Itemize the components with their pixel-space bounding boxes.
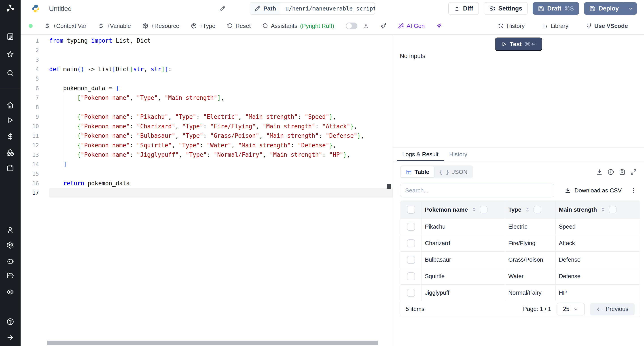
add-variable-button[interactable]: +Variable xyxy=(98,22,131,29)
code-line[interactable]: 13 {"Pokemon name": "Jigglypuff", "Type"… xyxy=(20,150,393,160)
code-text: {"Pokemon name": "Jigglypuff", "Type": "… xyxy=(49,150,393,160)
row-checkbox[interactable] xyxy=(407,289,415,297)
code-line[interactable]: 12 {"Pokemon name": "Squirtle", "Type": … xyxy=(20,141,393,150)
return-key-icon xyxy=(531,41,536,47)
table-cell: Defense xyxy=(556,252,640,268)
sidebar-item-calendar[interactable] xyxy=(6,164,14,172)
code-line[interactable]: 9 {"Pokemon name": "Pikachu", "Type": "E… xyxy=(20,112,393,122)
page-title: Untitled xyxy=(49,5,72,12)
expand-icon[interactable] xyxy=(630,169,637,175)
path-field[interactable]: Path u/henri/maneuverable_script xyxy=(250,2,375,15)
code-editor[interactable]: 1from typing import List, Dict234def mai… xyxy=(20,35,393,346)
sidebar-item-gear[interactable] xyxy=(6,241,14,249)
view-json-segment[interactable]: { } JSON xyxy=(434,166,472,177)
reset-button[interactable]: Reset xyxy=(227,22,251,29)
add-context-var-button[interactable]: +Context Var xyxy=(44,22,86,29)
row-checkbox[interactable] xyxy=(407,256,415,264)
row-checkbox[interactable] xyxy=(407,223,415,231)
sidebar-item-building[interactable] xyxy=(6,33,14,40)
diff-button[interactable]: Diff xyxy=(448,2,479,15)
sidebar-item-folder[interactable] xyxy=(6,272,14,280)
view-table-segment[interactable]: Table xyxy=(401,166,434,177)
sidebar-item-bot[interactable] xyxy=(6,257,14,265)
ai-sparkles-button[interactable] xyxy=(436,23,442,29)
previous-page-button[interactable]: Previous xyxy=(590,303,634,315)
download-icon[interactable] xyxy=(596,169,603,175)
info-icon[interactable] xyxy=(608,169,614,175)
draft-button[interactable]: Draft ⌘S xyxy=(533,2,579,15)
windmill-logo[interactable] xyxy=(5,3,15,13)
code-line[interactable]: 17 xyxy=(20,188,393,198)
row-checkbox[interactable] xyxy=(407,272,415,280)
code-line[interactable]: 7 ["Pokemon name", "Type", "Main strengt… xyxy=(20,93,393,103)
use-vscode-button[interactable]: Use VScode xyxy=(586,22,628,29)
code-line[interactable]: 5 xyxy=(20,74,393,83)
ai-gen-button[interactable]: AI Gen xyxy=(398,22,425,29)
sidebar-item-dollar[interactable] xyxy=(6,133,14,140)
copy-clipboard-icon[interactable] xyxy=(619,169,626,175)
add-type-button[interactable]: +Type xyxy=(191,22,216,29)
sidebar-item-star[interactable] xyxy=(6,50,14,58)
main-area: Untitled Path u/henri/maneuverable_scrip… xyxy=(20,0,644,346)
download-csv-button[interactable]: Download as CSV xyxy=(564,187,622,194)
deploy-button-group: Deploy xyxy=(584,2,637,15)
test-button[interactable]: Test ⌘ xyxy=(495,37,542,51)
settings-button[interactable]: Settings xyxy=(484,2,528,15)
sort-icon[interactable] xyxy=(600,207,606,212)
toolbar-right: History Library Use VScode xyxy=(498,22,628,29)
column-filter-box[interactable] xyxy=(480,206,488,213)
code-line[interactable]: 2 xyxy=(20,45,393,55)
deploy-button[interactable]: Deploy xyxy=(584,2,624,15)
page-size-select[interactable]: 25 xyxy=(556,303,585,315)
assistants-toggle[interactable] xyxy=(346,22,357,29)
sidebar-item-arrowright[interactable] xyxy=(6,334,14,341)
sidebar-item-boxes[interactable] xyxy=(6,149,14,157)
library-button[interactable]: Library xyxy=(542,22,568,29)
select-all-checkbox[interactable] xyxy=(407,206,415,214)
kebab-menu-icon[interactable] xyxy=(630,187,637,193)
column-filter-box[interactable] xyxy=(534,206,541,213)
code-line[interactable]: 11 {"Pokemon name": "Bulbasaur", "Type":… xyxy=(20,131,393,141)
sidebar-item-help[interactable] xyxy=(6,318,14,326)
arrow-left-icon xyxy=(596,306,602,312)
sidebar-item-user[interactable] xyxy=(6,226,14,234)
editor-horizontal-scrollbar[interactable] xyxy=(47,341,378,345)
column-filter-box[interactable] xyxy=(609,206,616,213)
user-mode-button[interactable] xyxy=(363,23,369,29)
sidebar-item-search[interactable] xyxy=(6,69,14,77)
code-line[interactable]: 8 xyxy=(20,102,393,112)
code-line[interactable]: 1from typing import List, Dict xyxy=(20,36,393,45)
search-input[interactable] xyxy=(400,184,554,197)
add-resource-button[interactable]: +Resource xyxy=(142,22,179,29)
format-button[interactable] xyxy=(380,23,386,29)
table-cell: Bulbasaur xyxy=(422,252,505,268)
draft-shortcut: ⌘S xyxy=(564,5,574,12)
sidebar-item-eye[interactable] xyxy=(6,288,14,296)
braces-icon: { } xyxy=(439,169,449,175)
code-line[interactable]: 16 return pokemon_data xyxy=(20,178,393,188)
sidebar-item-home[interactable] xyxy=(6,101,14,109)
assistants-button[interactable]: Assistants (Pyright Ruff) xyxy=(262,22,334,29)
sort-icon[interactable] xyxy=(524,207,530,212)
code-line[interactable]: 6 pokemon_data = [ xyxy=(20,83,393,93)
history-button[interactable]: History xyxy=(498,22,524,29)
sidebar-item-play[interactable] xyxy=(6,116,14,124)
items-count: 5 items xyxy=(406,306,424,313)
topbar-buttons: Diff Settings Draft ⌘S Deploy xyxy=(448,2,637,15)
code-line[interactable]: 15 xyxy=(20,169,393,178)
tab-logs-result[interactable]: Logs & Result xyxy=(397,148,444,161)
tab-history[interactable]: History xyxy=(444,148,473,161)
code-line[interactable]: 4def main() -> List[Dict[str, str]]: xyxy=(20,64,393,74)
code-line[interactable]: 3 xyxy=(20,55,393,64)
row-checkbox[interactable] xyxy=(407,239,415,247)
path-value[interactable]: u/henri/maneuverable_script xyxy=(280,2,375,14)
result-actions xyxy=(596,169,637,175)
line-number: 16 xyxy=(20,180,49,187)
code-line[interactable]: 10 {"Pokemon name": "Charizard", "Type":… xyxy=(20,121,393,131)
gear-icon xyxy=(489,5,495,11)
deploy-dropdown-button[interactable] xyxy=(624,2,637,15)
sort-icon[interactable] xyxy=(471,207,477,212)
code-line[interactable]: 14 ] xyxy=(20,160,393,169)
sparkles-icon xyxy=(436,23,442,29)
rename-pencil-icon[interactable] xyxy=(219,5,226,12)
